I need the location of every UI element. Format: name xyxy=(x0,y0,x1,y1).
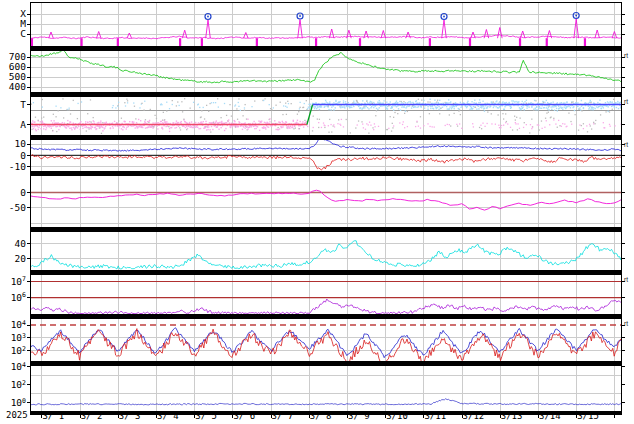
x-axis-date-label: 3/14 xyxy=(539,411,561,421)
panel-border xyxy=(31,175,622,228)
x-axis-date-label: 3/ 7 xyxy=(272,411,294,421)
svg-text:-10: -10 xyxy=(9,161,26,172)
x-axis-date-label: 3/12 xyxy=(463,411,485,421)
x-axis-date-label: 3/ 1 xyxy=(42,411,64,421)
svg-text:40: 40 xyxy=(15,238,27,249)
svg-text:A: A xyxy=(20,119,26,130)
svg-text:0: 0 xyxy=(20,150,26,161)
svg-text:103: 103 xyxy=(11,332,26,344)
panel-electron-flux xyxy=(30,318,622,367)
v-gridlines xyxy=(42,274,615,315)
v-gridlines xyxy=(42,96,615,136)
svg-text:T: T xyxy=(20,99,26,110)
svg-text:C: C xyxy=(20,28,26,39)
x-axis-date-label: 3/ 2 xyxy=(81,411,103,421)
x-axis-date-label: 3/15 xyxy=(577,411,599,421)
svg-text:400: 400 xyxy=(9,81,26,92)
panel-border xyxy=(31,275,622,315)
panel-solar-wind-density xyxy=(30,231,622,271)
x-axis-date-label: 3/ 5 xyxy=(195,411,217,421)
x-axis-date-label: 3/ 6 xyxy=(233,411,255,421)
panel-low-energy-proton-flux xyxy=(30,365,622,412)
svg-text:102: 102 xyxy=(11,345,26,357)
realtime-flag-imf-bz-bt: rt xyxy=(624,141,628,148)
svg-text:104: 104 xyxy=(11,361,26,373)
panel-xray-flux xyxy=(30,2,622,47)
realtime-flag-proton-flux: rt xyxy=(624,276,628,283)
x-axis-date-label: 3/11 xyxy=(424,411,446,421)
svg-text:102: 102 xyxy=(11,379,26,391)
svg-text:0: 0 xyxy=(20,187,26,198)
data-gap-bars xyxy=(31,38,586,46)
svg-text:107: 107 xyxy=(11,275,26,287)
x-axis-date-label: 3/10 xyxy=(386,411,408,421)
y-axis-labels-proton-flux: 107106 xyxy=(11,275,625,303)
v-gridlines xyxy=(42,365,615,412)
svg-text:106: 106 xyxy=(11,291,26,303)
panel-proton-flux xyxy=(30,274,622,315)
y-axis-labels-low-energy-proton-flux: 104102100 xyxy=(11,361,625,409)
solar-terrestrial-activity-chart: XMC700600500400rtTArt100-10rt0-504020107… xyxy=(0,0,634,424)
x-axis-date-label: 3/13 xyxy=(501,411,523,421)
x-axis-date-label: 3/ 3 xyxy=(119,411,141,421)
svg-text:10: 10 xyxy=(15,138,27,149)
x-axis-date-label: 3/ 8 xyxy=(310,411,332,421)
v-gridlines xyxy=(42,175,615,229)
svg-text:20: 20 xyxy=(15,253,27,264)
realtime-flag-solar-wind-speed: rt xyxy=(624,52,628,59)
panel-solar-wind-speed xyxy=(30,50,622,93)
svg-text:-50: -50 xyxy=(9,202,26,213)
panel-dst-index xyxy=(30,175,622,229)
svg-text:104: 104 xyxy=(11,319,26,331)
y-axis-labels-solar-wind-density: 4020 xyxy=(15,238,625,264)
x-axis-date-label: 3/ 4 xyxy=(157,411,179,421)
flare-spikes xyxy=(49,19,617,38)
svg-text:100: 100 xyxy=(11,397,26,409)
x-axis-date-label: 3/ 9 xyxy=(348,411,370,421)
realtime-flag-imf-sector: rt xyxy=(624,98,628,105)
chart-canvas: XMC700600500400rtTArt100-10rt0-504020107… xyxy=(0,0,634,424)
panel-imf-sector xyxy=(30,96,623,136)
panel-imf-bz-bt xyxy=(30,139,622,172)
realtime-flag-electron-flux: rt xyxy=(624,320,628,327)
panel-border xyxy=(31,366,622,412)
x-axis-year-label: 2025 xyxy=(6,410,28,420)
